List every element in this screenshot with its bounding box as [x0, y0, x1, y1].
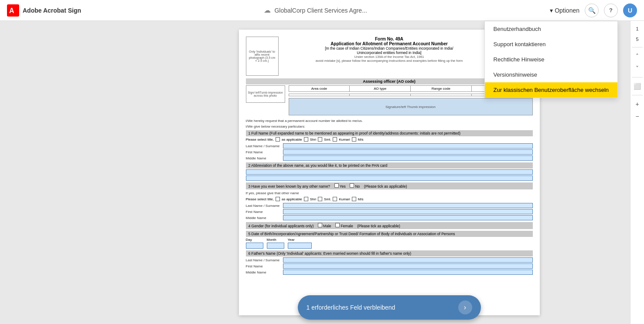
title-checkbox[interactable] [276, 137, 280, 142]
dropdown-item-versionshinweise[interactable]: Versionshinweise [485, 67, 617, 82]
sidebar-divider-3 [632, 95, 643, 95]
header-center: ☁ GlobalCorp Client Services Agre... [81, 6, 550, 14]
doc-title: GlobalCorp Client Services Agre... [274, 7, 367, 14]
female-checkbox[interactable] [335, 223, 340, 227]
avatar[interactable]: U [623, 3, 637, 17]
down-arrow-icon: ˅ [636, 65, 639, 72]
kumari-label: Kumari [339, 138, 350, 142]
page-number: 1 [635, 24, 639, 33]
abbrev-field-1[interactable] [246, 169, 533, 175]
female-label: Female [341, 224, 353, 228]
yes-label: Yes [340, 184, 346, 189]
middle-name-input3[interactable] [283, 270, 533, 275]
last-name-row: Last Name / Surname [246, 143, 533, 148]
last-name-label: Last Name / Surname [246, 144, 283, 148]
abbrev-field-2[interactable] [246, 176, 533, 181]
yes-checkbox[interactable] [334, 183, 339, 188]
smt-checkbox2[interactable] [318, 197, 322, 201]
zoom-in-button[interactable]: + [632, 99, 643, 109]
scroll-down-button[interactable]: ˅ [632, 63, 643, 74]
first-name-input[interactable] [283, 149, 533, 155]
help-button[interactable]: ? [604, 3, 618, 17]
year-input[interactable] [288, 243, 312, 249]
dropdown-item-benutzerhandbuch[interactable]: Benutzerhandbuch [485, 21, 617, 37]
month-input[interactable] [267, 243, 284, 249]
middle-name-input[interactable] [283, 155, 533, 161]
sidebar-divider-1 [632, 47, 643, 47]
page-view-button[interactable]: ⬜ [632, 81, 643, 91]
ms-checkbox2[interactable] [352, 197, 356, 201]
search-button[interactable]: 🔍 [585, 3, 599, 17]
acrobat-logo-icon: A [7, 4, 19, 17]
ms-checkbox[interactable] [352, 137, 356, 142]
dropdown-item-klassisch[interactable]: Zur klassischen Benutzeroberfläche wechs… [485, 82, 617, 98]
year-group: Year [288, 238, 312, 249]
sign-box-left: Sign/ leftTumb impression across this ph… [246, 85, 285, 103]
dob-row: Day Month Year [246, 238, 533, 249]
day-input[interactable] [246, 243, 263, 249]
please-select-title-label: Please select title, [246, 138, 274, 142]
male-label: Male [323, 224, 331, 228]
section3-bar: 3 Have you ever been known by any other … [246, 182, 533, 189]
ao-range-code-header: Range code [411, 86, 472, 91]
kumari-checkbox2[interactable] [333, 197, 337, 201]
last-name-input[interactable] [283, 143, 533, 148]
ao-type-header: AO type [350, 86, 411, 91]
first-name-row3: First Name [246, 263, 533, 269]
intro-text-2: I/We give below necessary particulars: [246, 125, 533, 128]
ao-type-value [350, 94, 411, 96]
section1-bar: 1 Full Name (Full expanded name to be me… [246, 130, 533, 136]
first-name-label: First Name [246, 150, 283, 154]
notification-arrow[interactable]: › [458, 300, 472, 314]
kumari-checkbox[interactable] [333, 137, 337, 142]
zoom-out-button[interactable]: − [632, 111, 643, 122]
zoom-in-icon: + [635, 101, 639, 108]
help-icon: ? [609, 7, 613, 14]
first-name-input2[interactable] [283, 209, 533, 214]
last-name-input2[interactable] [283, 203, 533, 208]
first-name-input3[interactable] [283, 263, 533, 269]
application-title: Application for Allotment of Permanent A… [282, 41, 497, 46]
dropdown-item-support[interactable]: Support kontaktieren [485, 37, 617, 52]
no-checkbox[interactable] [350, 183, 354, 188]
shri-label2: Shri [310, 197, 316, 201]
middle-name-label3: Middle Name [246, 270, 283, 274]
middle-name-input2[interactable] [283, 215, 533, 220]
title-checkbox2[interactable] [276, 197, 280, 201]
arrow-icon: › [464, 304, 466, 311]
last-name-row2: Last Name / Surname [246, 203, 533, 208]
section6-bar: 6 Father's Name (Only 'Individual' appli… [246, 250, 533, 256]
smt-label: Smt. [324, 138, 331, 142]
title-select-row: Please select title, as applicable Shri … [246, 137, 533, 142]
male-checkbox[interactable] [318, 223, 322, 227]
shri-checkbox[interactable] [304, 137, 308, 142]
chevron-down-icon: ▾ [550, 7, 553, 14]
scroll-up-button[interactable]: ˄ [632, 51, 643, 61]
notification-bar[interactable]: 1 erforderliches Feld verbleibend › [298, 295, 481, 320]
zoom-out-icon: − [635, 113, 639, 120]
smt-checkbox[interactable] [318, 137, 322, 142]
left-panel [0, 21, 148, 324]
notification-text: 1 erforderliches Feld verbleibend [307, 304, 395, 311]
sign-box-right: Signature/left Thumb impression [289, 98, 533, 115]
ms-label: M/s [358, 138, 364, 142]
dropdown-menu: Benutzerhandbuch Support kontaktieren Re… [484, 21, 618, 98]
please-select-title-label2: Please select title, [246, 197, 274, 201]
month-label: Month [267, 238, 276, 242]
photo-box-left: Only 'Individuals' to affix recent photo… [246, 37, 279, 76]
section4-label: 4 Gender (for individual applicants only… [249, 224, 314, 228]
dropdown-item-rechtliche[interactable]: Rechtliche Hinweise [485, 52, 617, 67]
as-applicable-label: as applicable [282, 138, 302, 142]
section5-bar: 5 Date of Birth/Incorporation/Agreement/… [246, 231, 533, 237]
as-applicable-label2: as applicable [282, 197, 302, 201]
optionen-button[interactable]: ▾ Optionen [550, 7, 579, 14]
shri-label: Shri [310, 138, 316, 142]
kumari-label2: Kumari [339, 197, 350, 201]
shri-checkbox2[interactable] [304, 197, 308, 201]
ao-area-code-header: Area code [289, 86, 350, 91]
form-no: Form No. 49A [282, 37, 497, 41]
last-name-input3[interactable] [283, 257, 533, 263]
app-title: Adobe Acrobat Sign [23, 7, 81, 14]
svg-text:A: A [9, 7, 14, 14]
title-select-row2: Please select title, as applicable Shri … [246, 197, 533, 201]
